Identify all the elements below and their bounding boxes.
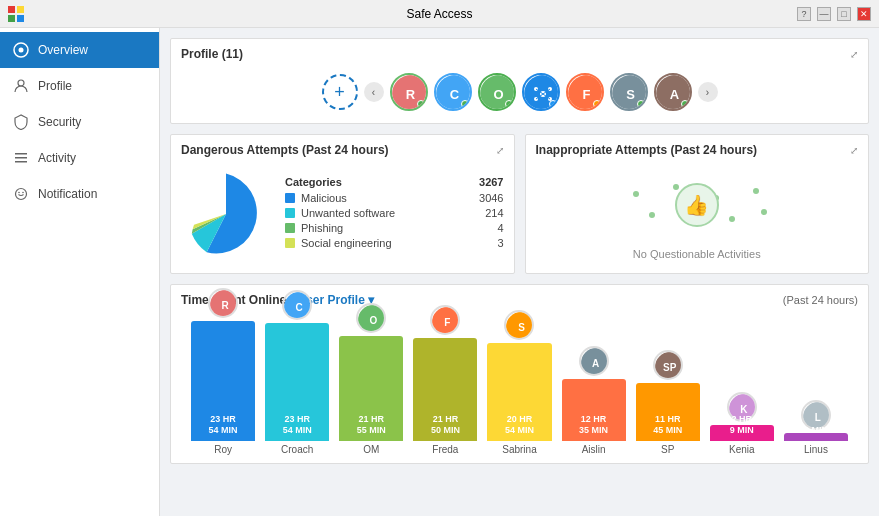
bar-avatar-sp: SP <box>653 350 683 380</box>
help-button[interactable]: ? <box>797 7 811 21</box>
profile-avatars: + ‹ R C O <box>181 69 858 115</box>
bar-time-aislin: 12 HR 35 MIN <box>579 414 608 437</box>
svg-rect-3 <box>17 15 24 22</box>
bar-group-freda: F21 HR 50 MINFreda <box>413 305 477 455</box>
bar-group-aislin: A12 HR 35 MINAislin <box>562 346 626 455</box>
sidebar-label-overview: Overview <box>38 43 88 57</box>
bar-om[interactable]: 21 HR 55 MIN <box>339 336 403 441</box>
bar-time-linus: 6 MIN <box>804 425 828 437</box>
dangerous-attempts-title: Dangerous Attempts (Past 24 hours) <box>181 143 389 157</box>
bar-avatar-aislin: A <box>579 346 609 376</box>
bar-label-kenia: Kenia <box>729 444 755 455</box>
bar-label-om: OM <box>363 444 379 455</box>
svg-rect-2 <box>8 15 15 22</box>
sidebar-item-security[interactable]: Security <box>0 104 159 140</box>
bar-group-om: O21 HR 55 MINOM <box>339 303 403 455</box>
overview-icon <box>12 41 30 59</box>
add-profile-button[interactable]: + <box>322 74 358 110</box>
bar-avatar-roy: R <box>208 288 238 318</box>
bar-avatar-freda: F <box>430 305 460 335</box>
social-value: 3 <box>497 237 503 249</box>
bar-sabrina[interactable]: 20 HR 54 MIN <box>487 343 551 441</box>
avatar-6[interactable]: S <box>610 73 648 111</box>
avatar-5[interactable]: F <box>566 73 604 111</box>
no-activities-text: No Questionable Activities <box>633 248 761 260</box>
phishing-color <box>285 223 295 233</box>
bar-group-linus: L6 MINLinus <box>784 400 848 455</box>
window-controls[interactable]: ? — □ ✕ <box>797 7 871 21</box>
svg-rect-1 <box>17 6 24 13</box>
bar-group-croach: C23 HR 54 MINCroach <box>265 290 329 455</box>
sidebar-item-notification[interactable]: Notification <box>0 176 159 212</box>
close-button[interactable]: ✕ <box>857 7 871 21</box>
avatar-7[interactable]: A <box>654 73 692 111</box>
bar-label-croach: Croach <box>281 444 313 455</box>
avatar-4[interactable] <box>522 73 560 111</box>
legend-item-phishing: Phishing 4 <box>285 222 504 234</box>
svg-rect-9 <box>15 161 27 163</box>
bar-linus[interactable]: 6 MIN <box>784 433 848 441</box>
dangerous-expand-icon[interactable]: ⤢ <box>496 145 504 156</box>
security-icon <box>12 113 30 131</box>
avatar-2[interactable]: C <box>434 73 472 111</box>
bar-avatar-om: O <box>356 303 386 333</box>
malicious-label: Malicious <box>301 192 347 204</box>
bar-freda[interactable]: 21 HR 50 MIN <box>413 338 477 441</box>
bar-time-kenia: 2 HR 9 MIN <box>730 414 754 437</box>
bar-avatar-croach: C <box>282 290 312 320</box>
app-title: Safe Access <box>406 7 472 21</box>
svg-point-11 <box>18 192 20 194</box>
bar-chart: R23 HR 54 MINRoyC23 HR 54 MINCroachO21 H… <box>181 315 858 455</box>
legend-item-malicious: Malicious 3046 <box>285 192 504 204</box>
bar-label-sp: SP <box>661 444 674 455</box>
avatar-3[interactable]: O <box>478 73 516 111</box>
phishing-value: 4 <box>497 222 503 234</box>
bar-kenia[interactable]: 2 HR 9 MIN <box>710 425 774 441</box>
bar-group-kenia: K2 HR 9 MINKenia <box>710 392 774 455</box>
bar-label-roy: Roy <box>214 444 232 455</box>
prev-avatar-button[interactable]: ‹ <box>364 82 384 102</box>
svg-rect-8 <box>15 157 27 159</box>
legend-item-social: Social engineering 3 <box>285 237 504 249</box>
bar-group-sp: SP11 HR 45 MINSP <box>636 350 700 455</box>
bar-time-sabrina: 20 HR 54 MIN <box>505 414 534 437</box>
dangerous-attempts-header: Dangerous Attempts (Past 24 hours) ⤢ <box>181 143 504 157</box>
sidebar-item-activity[interactable]: Activity <box>0 140 159 176</box>
svg-rect-7 <box>15 153 27 155</box>
social-color <box>285 238 295 248</box>
bar-time-om: 21 HR 55 MIN <box>357 414 386 437</box>
inappropriate-expand-icon[interactable]: ⤢ <box>850 145 858 156</box>
svg-point-12 <box>22 192 24 194</box>
dangerous-chart-area: Categories 3267 Malicious 3046 <box>181 165 504 263</box>
time-period: (Past 24 hours) <box>783 294 858 306</box>
bar-roy[interactable]: 23 HR 54 MIN <box>191 321 255 441</box>
profile-section: Profile (11) ⤢ + ‹ R C O <box>170 38 869 124</box>
malicious-color <box>285 193 295 203</box>
bar-croach[interactable]: 23 HR 54 MIN <box>265 323 329 441</box>
profile-expand-icon[interactable]: ⤢ <box>850 49 858 60</box>
minimize-button[interactable]: — <box>817 7 831 21</box>
bar-sp[interactable]: 11 HR 45 MIN <box>636 383 700 441</box>
inappropriate-section: Inappropriate Attempts (Past 24 hours) ⤢ <box>525 134 870 274</box>
unwanted-label: Unwanted software <box>301 207 395 219</box>
sidebar-label-profile: Profile <box>38 79 72 93</box>
unwanted-value: 214 <box>485 207 503 219</box>
dangerous-legend: Categories 3267 Malicious 3046 <box>285 176 504 252</box>
malicious-value: 3046 <box>479 192 503 204</box>
thumbs-up-icon: 👍 <box>675 183 719 227</box>
inappropriate-title: Inappropriate Attempts (Past 24 hours) <box>536 143 758 157</box>
maximize-button[interactable]: □ <box>837 7 851 21</box>
legend-categories-label: Categories <box>285 176 342 188</box>
sidebar-label-security: Security <box>38 115 81 129</box>
svg-point-10 <box>16 189 27 200</box>
bar-time-sp: 11 HR 45 MIN <box>653 414 682 437</box>
sidebar-item-overview[interactable]: Overview <box>0 32 159 68</box>
legend-total: 3267 <box>479 176 503 188</box>
next-avatar-button[interactable]: › <box>698 82 718 102</box>
svg-point-6 <box>18 80 24 86</box>
app-icon <box>8 6 24 22</box>
avatar-1[interactable]: R <box>390 73 428 111</box>
scatter-plot: 👍 <box>617 170 777 240</box>
bar-aislin[interactable]: 12 HR 35 MIN <box>562 379 626 441</box>
sidebar-item-profile[interactable]: Profile <box>0 68 159 104</box>
